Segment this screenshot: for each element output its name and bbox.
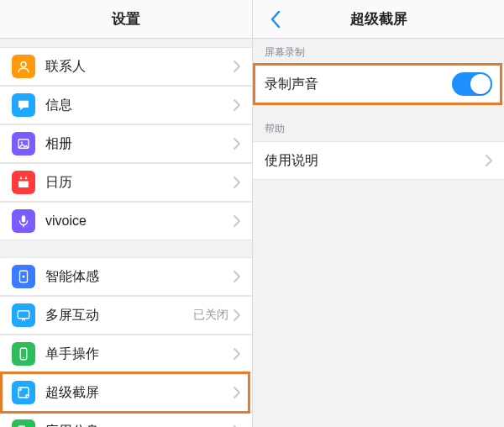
chevron-right-icon bbox=[234, 138, 240, 150]
screenshot-icon bbox=[12, 381, 35, 404]
calendar-icon bbox=[12, 171, 35, 194]
onehand-icon bbox=[12, 342, 35, 366]
row-label: 使用说明 bbox=[265, 152, 486, 170]
group-header-help: 帮助 bbox=[253, 115, 504, 141]
row-photos[interactable]: 相册 bbox=[0, 124, 252, 163]
page-title: 超级截屏 bbox=[350, 9, 407, 29]
page-title: 设置 bbox=[112, 9, 140, 29]
row-label: 信息 bbox=[45, 97, 234, 114]
chevron-left-icon bbox=[270, 10, 281, 29]
row-label: 应用分身 bbox=[45, 423, 234, 428]
row-label: 智能体感 bbox=[45, 268, 234, 286]
mic-icon bbox=[12, 209, 35, 233]
row-label: 超级截屏 bbox=[45, 384, 234, 402]
svg-point-13 bbox=[23, 357, 24, 359]
row-label: vivoice bbox=[45, 214, 234, 229]
row-one-hand[interactable]: 单手操作 bbox=[0, 335, 252, 373]
row-multi-screen[interactable]: 多屏互动已关闭 bbox=[0, 296, 252, 335]
row-record-audio[interactable]: 录制声音 bbox=[253, 65, 504, 103]
row-value: 已关闭 bbox=[193, 308, 228, 323]
titlebar-right: 超级截屏 bbox=[253, 0, 504, 39]
settings-pane: 设置 联系人信息相册日历vivoice 智能体感多屏互动已关闭单手操作超级截屏应… bbox=[0, 0, 252, 427]
chevron-right-icon bbox=[486, 155, 492, 166]
row-label: 多屏互动 bbox=[45, 307, 193, 324]
row-label: 联系人 bbox=[45, 58, 234, 76]
row-messages[interactable]: 信息 bbox=[0, 86, 252, 124]
settings-content: 联系人信息相册日历vivoice 智能体感多屏互动已关闭单手操作超级截屏应用分身… bbox=[0, 39, 252, 427]
svg-rect-11 bbox=[18, 311, 29, 319]
clone-icon bbox=[12, 419, 35, 427]
row-instructions[interactable]: 使用说明 bbox=[253, 141, 504, 180]
cast-icon bbox=[12, 303, 35, 327]
row-super-screenshot[interactable]: 超级截屏 bbox=[0, 373, 252, 412]
row-label: 录制声音 bbox=[265, 76, 452, 93]
svg-point-0 bbox=[21, 62, 26, 67]
screenshot-content: 屏幕录制 录制声音 帮助 使用说明 bbox=[253, 39, 504, 427]
chevron-right-icon bbox=[234, 177, 240, 188]
chevron-right-icon bbox=[234, 309, 240, 321]
row-smart-sense[interactable]: 智能体感 bbox=[0, 257, 252, 296]
svg-point-2 bbox=[21, 141, 23, 143]
row-vivoice[interactable]: vivoice bbox=[0, 202, 252, 240]
svg-rect-4 bbox=[18, 179, 29, 182]
album-icon bbox=[12, 132, 35, 156]
message-icon bbox=[12, 93, 35, 117]
smart-icon bbox=[12, 265, 35, 288]
titlebar-left: 设置 bbox=[0, 0, 252, 39]
chevron-right-icon bbox=[234, 99, 240, 111]
row-label: 日历 bbox=[45, 174, 234, 192]
group-header-recording: 屏幕录制 bbox=[253, 39, 504, 65]
super-screenshot-pane: 超级截屏 屏幕录制 录制声音 帮助 使用说明 bbox=[252, 0, 504, 427]
svg-rect-14 bbox=[18, 387, 29, 398]
svg-point-10 bbox=[23, 276, 25, 278]
chevron-right-icon bbox=[234, 215, 240, 227]
chevron-right-icon bbox=[234, 348, 240, 360]
row-app-clone[interactable]: 应用分身 bbox=[0, 412, 252, 427]
chevron-right-icon bbox=[234, 387, 240, 398]
row-contacts[interactable]: 联系人 bbox=[0, 47, 252, 86]
chevron-right-icon bbox=[234, 61, 240, 72]
row-label: 单手操作 bbox=[45, 345, 234, 363]
svg-rect-7 bbox=[22, 215, 26, 222]
contacts-icon bbox=[12, 55, 35, 78]
chevron-right-icon bbox=[234, 271, 240, 282]
row-calendar[interactable]: 日历 bbox=[0, 163, 252, 202]
back-button[interactable] bbox=[260, 0, 290, 39]
row-label: 相册 bbox=[45, 135, 234, 153]
record-audio-toggle[interactable] bbox=[452, 72, 492, 96]
